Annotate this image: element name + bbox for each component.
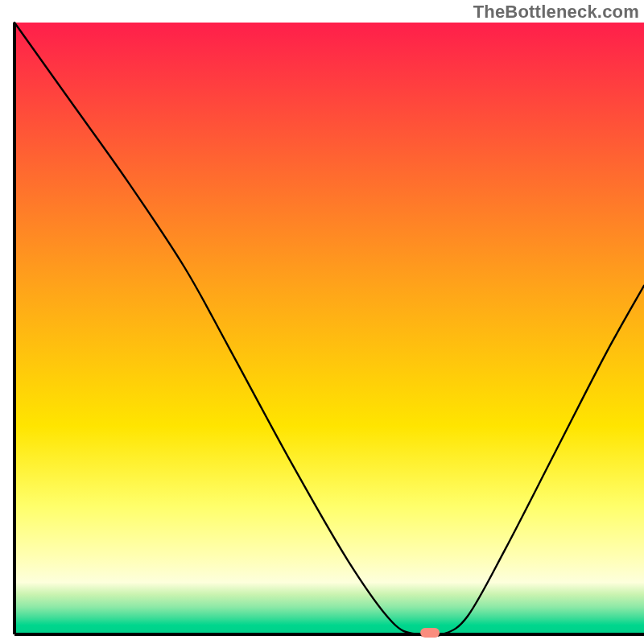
chart-container: TheBottleneck.com: [0, 0, 644, 644]
optimal-marker: [420, 628, 440, 638]
bottleneck-chart: [0, 0, 644, 644]
plot-area: [14, 23, 644, 634]
